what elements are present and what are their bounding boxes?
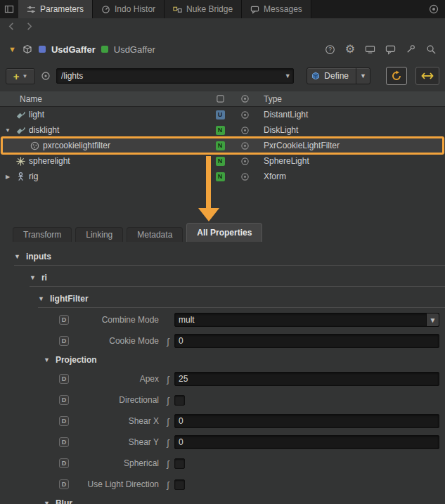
node-name: UsdGaffer: [51, 44, 96, 55]
section-lightfilter[interactable]: ▼lightFilter: [38, 290, 445, 308]
search-icon[interactable]: [426, 44, 437, 55]
section-ri[interactable]: ▼ri: [30, 269, 445, 287]
param-checkbox-spherical[interactable]: [174, 458, 185, 469]
bridge-icon: [173, 5, 182, 14]
subsection-projection[interactable]: ▼Projection: [0, 351, 445, 368]
d-box-icon[interactable]: D: [59, 458, 69, 468]
tree-row-name: rig: [29, 172, 38, 181]
collapse-triangle-icon[interactable]: ▼: [44, 500, 50, 504]
sliders-icon: [27, 5, 36, 14]
tree-row-name: light: [29, 110, 44, 119]
tab-transform[interactable]: Transform: [13, 227, 72, 242]
channel-hook-icon[interactable]: ʃ: [162, 479, 174, 490]
param-checkbox-directional[interactable]: [174, 395, 185, 406]
pane-menu-icon[interactable]: [423, 0, 445, 18]
prim-path-field[interactable]: ▼: [56, 68, 294, 84]
tree-row-spherelight[interactable]: spherelightNSphereLight: [0, 153, 445, 169]
channel-hook-icon[interactable]: ʃ: [162, 416, 174, 427]
status-badge[interactable]: N: [216, 126, 225, 135]
chevron-down-icon[interactable]: ▼: [356, 68, 370, 84]
param-select-combine-mode[interactable]: mult▼: [174, 313, 439, 327]
param-field-apex[interactable]: [174, 372, 439, 386]
status-badge[interactable]: N: [216, 141, 225, 150]
channel-hook-icon[interactable]: ʃ: [162, 437, 174, 448]
section-inputs[interactable]: ▼inputs: [14, 247, 445, 266]
chat-icon[interactable]: [385, 44, 396, 55]
status-badge[interactable]: U: [216, 110, 225, 119]
tree-row-disklight[interactable]: ▼disklightNDiskLight: [0, 122, 445, 138]
param-field-shear-x[interactable]: [174, 414, 439, 428]
pane-icon[interactable]: [0, 0, 18, 18]
subsection-blur[interactable]: ▼Blur: [0, 495, 445, 504]
collapse-triangle-icon[interactable]: ▼: [14, 253, 20, 260]
collapse-triangle-icon[interactable]: ▼: [8, 45, 16, 53]
top-tab-messages[interactable]: Messages: [242, 0, 311, 18]
column-name[interactable]: Name: [0, 94, 207, 104]
tree-row-rig[interactable]: ▶rigNXform: [0, 169, 445, 184]
sync-button[interactable]: [386, 67, 407, 85]
top-tab-indo-histor[interactable]: Indo Histor: [93, 0, 165, 18]
circle-cell: [233, 126, 257, 135]
circle-toggle-icon[interactable]: [240, 157, 250, 166]
define-dropdown[interactable]: Define ▼: [307, 67, 370, 84]
pin-icon[interactable]: [406, 44, 416, 55]
tree-row-name-cell: ▶rig: [0, 172, 207, 182]
monitor-icon[interactable]: [365, 44, 375, 55]
d-box-icon[interactable]: D: [59, 336, 69, 346]
param-control: [174, 414, 439, 428]
gear-icon[interactable]: ⚙: [345, 44, 355, 55]
swap-arrows-button[interactable]: [415, 67, 439, 85]
tree-row-light[interactable]: lightUDistantLight: [0, 107, 445, 122]
back-arrow-icon[interactable]: [7, 22, 16, 31]
collapse-triangle-icon[interactable]: ▼: [30, 274, 36, 281]
section-bars: ▼inputs▼ri▼lightFilter: [0, 247, 445, 308]
channel-hook-icon[interactable]: ʃ: [162, 374, 174, 385]
badge-cell: N: [207, 141, 233, 150]
column-circle-icon[interactable]: [233, 94, 257, 103]
channel-hook-icon[interactable]: ʃ: [162, 458, 174, 469]
d-box-icon[interactable]: D: [59, 437, 69, 447]
status-badge[interactable]: N: [216, 172, 225, 181]
circle-toggle-icon[interactable]: [240, 110, 250, 119]
tab-all-properties[interactable]: All Properties: [186, 223, 262, 242]
prim-path-input[interactable]: [57, 71, 282, 81]
top-tab-parameters[interactable]: Parameters: [18, 0, 93, 18]
param-field-shear-y[interactable]: [174, 435, 439, 449]
badge-cell: N: [207, 172, 233, 181]
circle-toggle-icon[interactable]: [240, 141, 250, 150]
column-flag-icon[interactable]: [207, 94, 233, 103]
help-icon[interactable]: ?: [325, 44, 335, 55]
expander-icon[interactable]: ▼: [3, 127, 13, 134]
circle-toggle-icon[interactable]: [240, 126, 250, 135]
d-box-icon[interactable]: D: [59, 374, 69, 384]
add-light-button[interactable]: + ▼: [6, 68, 35, 84]
circle-toggle-icon[interactable]: [240, 172, 250, 181]
status-badge[interactable]: N: [216, 157, 225, 166]
forward-arrow-icon[interactable]: [25, 22, 34, 31]
tab-linking[interactable]: Linking: [75, 227, 123, 242]
path-dropdown-icon[interactable]: ▼: [282, 72, 293, 79]
d-box-icon[interactable]: D: [59, 395, 69, 405]
tree-row-type: SphereLight: [257, 156, 445, 166]
tab-metadata[interactable]: Metadata: [127, 227, 183, 242]
d-box-icon[interactable]: D: [59, 315, 69, 325]
param-checkbox-use-light-direction[interactable]: [174, 479, 185, 490]
tree-row-pxrcookielightfilter[interactable]: pxrcookielightfilterNPxrCookieLightFilte…: [0, 138, 445, 153]
section-label: inputs: [26, 252, 51, 261]
top-tab-nuke-bridge[interactable]: Nuke Bridge: [165, 0, 242, 18]
chevron-down-icon[interactable]: ▼: [426, 314, 439, 326]
collapse-triangle-icon[interactable]: ▼: [44, 356, 50, 363]
d-box-icon[interactable]: D: [59, 479, 69, 489]
param-control: [174, 479, 439, 490]
tree-row-type: DiskLight: [257, 125, 445, 135]
channel-hook-icon[interactable]: ʃ: [162, 336, 174, 347]
define-label: Define: [321, 71, 356, 81]
target-ring-icon[interactable]: [41, 71, 51, 81]
column-type[interactable]: Type: [257, 94, 445, 104]
channel-hook-icon[interactable]: ʃ: [162, 395, 174, 406]
d-box-icon[interactable]: D: [59, 416, 69, 426]
collapse-triangle-icon[interactable]: ▼: [38, 295, 44, 302]
param-field-cookie-mode[interactable]: [174, 334, 439, 348]
tree-row-name: spherelight: [29, 156, 70, 166]
expander-icon[interactable]: ▶: [3, 174, 13, 180]
